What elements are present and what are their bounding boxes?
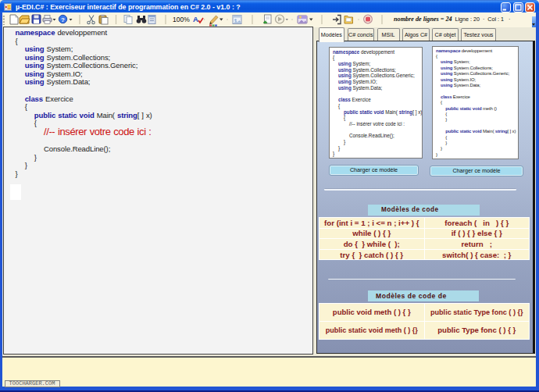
svg-text:A: A bbox=[193, 15, 198, 23]
svg-text:?: ? bbox=[61, 16, 65, 23]
